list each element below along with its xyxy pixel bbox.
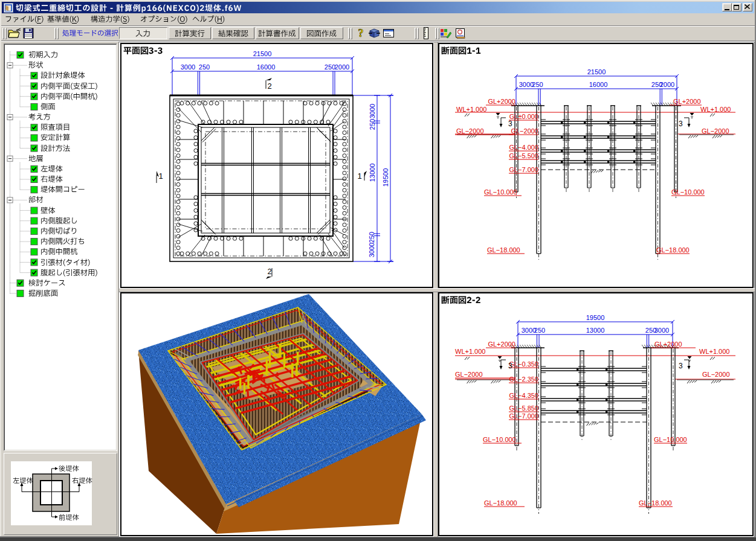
svg-text:GL−4.350: GL−4.350 [509, 392, 538, 399]
svg-text:GL−18.000: GL−18.000 [639, 499, 672, 507]
svg-text:3000: 3000 [369, 104, 376, 118]
svg-text:3: 3 [508, 362, 512, 370]
svg-text:GL−2000: GL−2000 [455, 371, 483, 378]
svg-text:3: 3 [679, 120, 683, 128]
svg-text:250: 250 [532, 81, 543, 88]
svg-text:WL+1.000: WL+1.000 [699, 348, 729, 355]
svg-text:21500: 21500 [587, 68, 606, 75]
svg-text:WL+1.000: WL+1.000 [455, 348, 485, 355]
svg-text:3000: 3000 [654, 327, 669, 334]
svg-text:2000: 2000 [660, 81, 674, 88]
svg-text:GL−5.500: GL−5.500 [509, 152, 538, 159]
svg-text:2: 2 [267, 267, 271, 276]
svg-text:GL−2000: GL−2000 [702, 127, 729, 135]
svg-text:?: ? [358, 27, 364, 39]
svg-text:1: 1 [357, 171, 361, 181]
svg-text:21500: 21500 [253, 50, 272, 57]
svg-text:GL−10.000: GL−10.000 [484, 188, 517, 196]
svg-text:GL−7.000: GL−7.000 [509, 412, 538, 420]
svg-text:19500: 19500 [586, 314, 605, 321]
svg-text:GL−7.000: GL−7.000 [509, 166, 538, 173]
svg-text:GL−4.000: GL−4.000 [509, 144, 538, 151]
svg-text:GL−10.000: GL−10.000 [654, 436, 687, 443]
svg-text:16000: 16000 [589, 81, 608, 88]
svg-text:GL±0.000: GL±0.000 [509, 113, 538, 120]
svg-text:GL−10.000: GL−10.000 [671, 188, 705, 196]
svg-text:GL+2000: GL+2000 [654, 341, 682, 348]
svg-text:3: 3 [679, 362, 683, 370]
svg-text:19500: 19500 [382, 168, 389, 187]
svg-text:3000: 3000 [181, 63, 195, 71]
svg-text:250: 250 [199, 63, 210, 71]
svg-text:GL−0.350: GL−0.350 [509, 360, 538, 368]
svg-text:250: 250 [534, 327, 545, 334]
svg-text:250: 250 [369, 119, 376, 130]
svg-text:GL−2000: GL−2000 [702, 371, 730, 378]
svg-text:GL−10.000: GL−10.000 [483, 436, 516, 443]
svg-text:13000: 13000 [369, 164, 376, 182]
svg-text:250: 250 [368, 232, 375, 243]
svg-text:13000: 13000 [586, 327, 605, 334]
svg-text:16000: 16000 [257, 63, 276, 71]
svg-text:3000: 3000 [368, 243, 375, 257]
svg-text:GL−2.350: GL−2.350 [509, 376, 538, 383]
svg-text:GL−18.000: GL−18.000 [484, 499, 517, 507]
svg-text:1: 1 [158, 171, 163, 181]
svg-text:GL−5.850: GL−5.850 [509, 405, 538, 412]
svg-text:GL+2000: GL+2000 [488, 341, 515, 348]
svg-text:GL−2000: GL−2000 [511, 127, 538, 135]
svg-text:3: 3 [508, 120, 512, 128]
svg-text:GL−2000: GL−2000 [456, 127, 484, 135]
svg-text:GL+2000: GL+2000 [488, 98, 515, 105]
svg-text:WL+1.000: WL+1.000 [456, 106, 486, 113]
svg-text:WL+1.000: WL+1.000 [700, 106, 731, 113]
svg-text:2000: 2000 [335, 63, 349, 71]
svg-text:2: 2 [267, 82, 271, 91]
svg-text:GL+2000: GL+2000 [673, 98, 701, 105]
svg-text:250: 250 [325, 63, 335, 71]
svg-text:GL−18.000: GL−18.000 [487, 246, 520, 254]
svg-text:GL−18.000: GL−18.000 [656, 246, 690, 254]
